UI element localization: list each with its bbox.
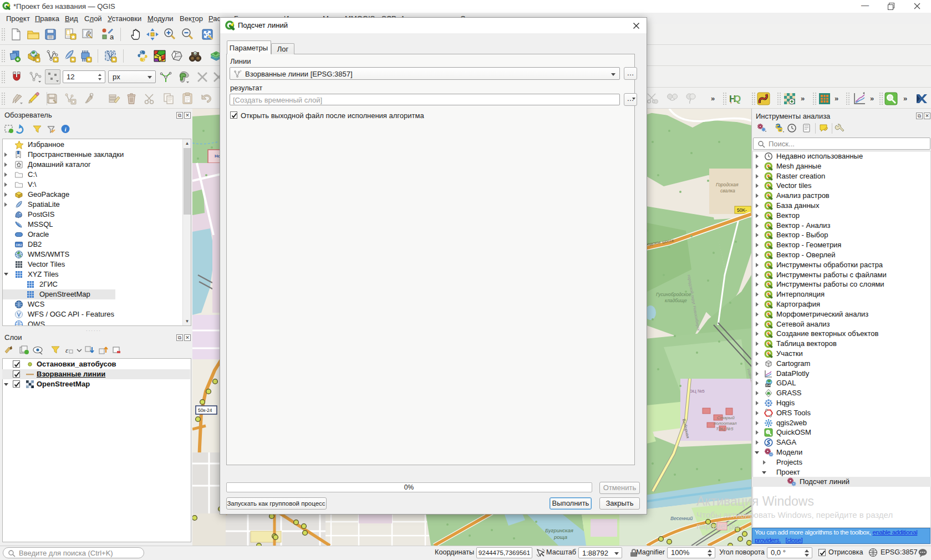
svg-text:Q: Q xyxy=(734,94,741,104)
svg-text:Весенний: Весенний xyxy=(670,516,693,521)
svg-text:свалка: свалка xyxy=(720,188,735,194)
svg-text:50K-: 50K- xyxy=(737,207,747,213)
svg-text:полоотвал: полоотвал xyxy=(714,421,737,426)
svg-text:DB2: DB2 xyxy=(16,243,22,247)
svg-text:роща: роща xyxy=(553,534,567,540)
svg-text:GDAL: GDAL xyxy=(764,384,772,387)
svg-text:a: a xyxy=(110,33,114,41)
svg-text:Старый: Старый xyxy=(717,415,735,420)
svg-text:ε: ε xyxy=(65,346,69,354)
svg-text:50к-24: 50к-24 xyxy=(198,408,212,413)
svg-text:ТЭЦ №5: ТЭЦ №5 xyxy=(716,426,734,431)
svg-text:Городская: Городская xyxy=(716,182,739,187)
svg-text:Бугринская: Бугринская xyxy=(545,527,573,533)
svg-text:кладбище: кладбище xyxy=(665,298,687,303)
